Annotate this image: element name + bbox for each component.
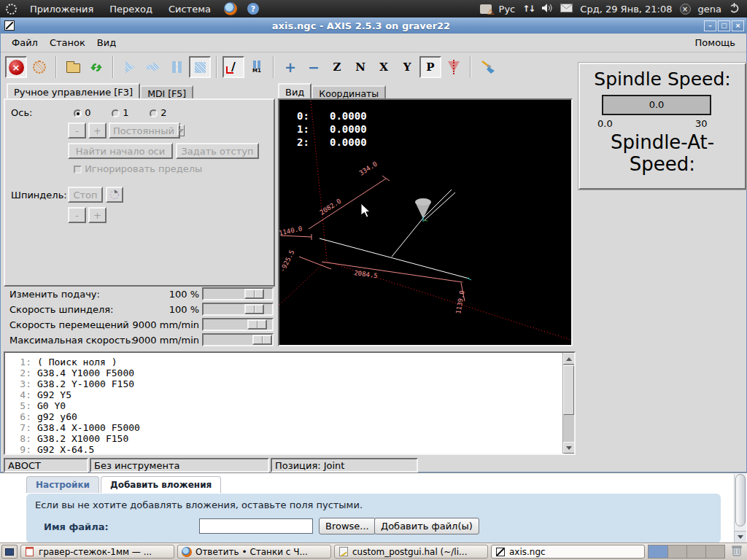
max-velocity-row: Максимальная скорость: 9000 mm/min <box>7 333 275 347</box>
username[interactable]: gena <box>698 4 721 15</box>
gcode-listing[interactable]: 1:( Поиск ноля ) 2:G38.4 Y1000 F5000 3:G… <box>4 351 576 455</box>
browser-scrollbar[interactable] <box>734 474 746 542</box>
help-launcher-icon[interactable]: ? <box>247 3 259 15</box>
run-button[interactable] <box>119 56 141 78</box>
taskbar: гравер-стежок-1мм — ... Ответить • Станк… <box>0 542 747 560</box>
optional-pause-button[interactable]: M1 <box>246 56 268 78</box>
stop-button[interactable] <box>189 56 211 78</box>
distro-logo-icon[interactable] <box>6 4 17 15</box>
task-axis[interactable]: axis.ngc <box>491 545 645 559</box>
clear-plot-button[interactable] <box>476 56 498 78</box>
attachments-box: Если вы не хотите добавлять вложения, ос… <box>26 494 721 543</box>
workspace-4[interactable] <box>705 545 724 558</box>
add-files-button[interactable]: Добавить файл(ы) <box>374 518 479 534</box>
jog-mode-combobox[interactable]: Постоянный <box>109 122 180 139</box>
gcode-line: 1:( Поиск ноля ) <box>5 357 574 368</box>
scrollbar-thumb[interactable] <box>735 474 746 526</box>
menu-system[interactable]: Система <box>166 2 214 16</box>
close-button[interactable]: × <box>732 20 744 31</box>
estop-button[interactable]: × <box>5 56 27 78</box>
touch-off-button[interactable]: Задать отступ <box>176 143 259 159</box>
workspace-1[interactable] <box>649 545 667 558</box>
spindle-brake-button[interactable] <box>106 187 123 203</box>
axis-radio-1[interactable]: 1 <box>112 107 128 118</box>
workspace-switcher[interactable] <box>648 545 725 559</box>
slider-thumb[interactable] <box>244 289 264 299</box>
keyboard-layout-indicator[interactable]: Рус <box>499 4 516 15</box>
jog-plus-button[interactable]: + <box>88 122 107 139</box>
browse-button[interactable]: Browse... <box>319 518 376 534</box>
view-z2-button[interactable]: N <box>349 56 371 78</box>
notification-warning-icon[interactable]: ⚠ <box>480 4 492 14</box>
menu-places[interactable]: Переход <box>107 2 155 16</box>
tab-settings[interactable]: Настройки <box>26 476 99 493</box>
scroll-down-icon[interactable] <box>735 531 746 542</box>
skip-lines-button[interactable]: / <box>222 56 244 78</box>
menu-machine[interactable]: Станок <box>44 35 90 50</box>
menu-help[interactable]: Помощь <box>690 35 740 50</box>
trash-icon[interactable] <box>731 544 743 559</box>
spindle-scale-min: 0.0 <box>597 118 613 129</box>
power-icon[interactable] <box>729 2 740 15</box>
spindle-speed-title: Spindle Speed: <box>580 69 745 90</box>
updown-arrows-icon[interactable]: ↑↓ <box>522 4 534 14</box>
workspace-2[interactable] <box>667 545 686 558</box>
max-velocity-slider[interactable] <box>202 333 274 346</box>
show-desktop-button[interactable] <box>1 545 18 559</box>
menu-file[interactable]: Файл <box>7 35 43 50</box>
filename-input[interactable] <box>199 518 313 534</box>
gnome-top-panel: Приложения Переход Система ? ⚠ Рус ↑↓ Ср… <box>0 0 747 18</box>
menu-view[interactable]: Вид <box>92 35 121 50</box>
override-limits-checkbox[interactable]: Игнорировать пределы <box>74 163 202 174</box>
pause-button[interactable] <box>166 56 187 78</box>
menu-applications[interactable]: Приложения <box>27 2 96 16</box>
rotate-view-button[interactable] <box>443 56 465 78</box>
window-titlebar[interactable]: axis.ngc - AXIS 2.5.3 on graver22 – □ × <box>1 18 746 34</box>
scrollbar-thumb[interactable] <box>563 365 574 415</box>
slider-thumb[interactable] <box>244 304 264 314</box>
tab-preview[interactable]: Вид <box>278 83 311 99</box>
spindle-stop-button[interactable]: Стоп <box>68 187 103 203</box>
user-status-icon[interactable]: × <box>680 4 691 15</box>
view-perspective-button[interactable]: P <box>419 56 441 78</box>
slider-thumb[interactable] <box>247 319 267 330</box>
spindle-minus-button[interactable]: - <box>68 207 86 223</box>
scroll-up-icon[interactable] <box>563 353 575 365</box>
spindle-plus-button[interactable]: + <box>88 207 107 223</box>
spindle-override-value: 100 % <box>169 304 199 315</box>
axis-radio-2[interactable]: 2 <box>150 107 166 118</box>
firefox-launcher-icon[interactable] <box>224 2 237 15</box>
tab-dro[interactable]: Координаты <box>311 85 386 99</box>
mail-icon[interactable] <box>560 4 573 15</box>
task-firefox[interactable]: Ответить • Станки с Ч... <box>177 545 331 559</box>
tab-add-attachments[interactable]: Добавить вложения <box>101 476 221 493</box>
volume-icon[interactable] <box>541 3 553 15</box>
view-x-button[interactable]: X <box>373 56 395 78</box>
task-gimp-file[interactable]: гравер-стежок-1мм — ... <box>20 545 174 559</box>
view-z-button[interactable]: Z <box>326 56 348 78</box>
tab-mdi[interactable]: MDI [F5] <box>140 85 193 99</box>
minimize-button[interactable]: – <box>704 20 716 31</box>
zoom-in-button[interactable]: + <box>279 56 301 78</box>
feed-override-slider[interactable] <box>202 287 274 300</box>
gcode-scrollbar[interactable] <box>562 353 574 454</box>
open-file-button[interactable] <box>62 56 84 78</box>
maximize-button[interactable]: □ <box>718 20 730 31</box>
task-editor[interactable]: custom_postgui.hal (~/li... <box>334 545 488 559</box>
spindle-override-slider[interactable] <box>202 303 274 316</box>
tab-manual-control[interactable]: Ручное управление [F3] <box>7 83 140 99</box>
scroll-down-icon[interactable] <box>563 442 575 454</box>
axis-radio-0[interactable]: 0 <box>74 107 90 118</box>
home-axis-button[interactable]: Найти начало оси <box>68 143 173 159</box>
machine-power-button[interactable] <box>28 56 50 78</box>
reload-file-button[interactable] <box>85 56 107 78</box>
jog-speed-slider[interactable] <box>202 318 274 331</box>
jog-minus-button[interactable]: - <box>68 122 86 139</box>
clock[interactable]: Срд, 29 Янв, 21:08 <box>580 4 672 15</box>
zoom-out-button[interactable]: − <box>303 56 325 78</box>
slider-thumb[interactable] <box>252 335 272 345</box>
run-from-line-button[interactable] <box>142 56 164 78</box>
workspace-3[interactable] <box>686 545 705 558</box>
preview-canvas[interactable]: 334.0 2082.0 1140.0 -925.5 2084.5 1139.0 <box>278 98 573 346</box>
view-y-button[interactable]: Y <box>396 56 418 78</box>
